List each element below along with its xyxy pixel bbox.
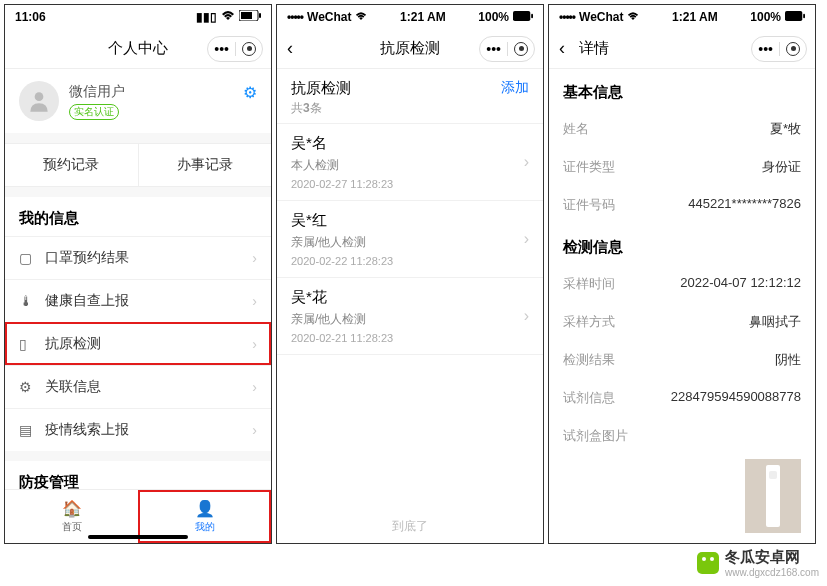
wifi-icon: [627, 10, 639, 24]
screen3-body: 基本信息 姓名 夏*牧 证件类型 身份证 证件号码 445221********…: [549, 69, 815, 543]
battery-icon: [239, 10, 261, 24]
document-icon: ▤: [19, 422, 37, 438]
gear-icon[interactable]: ⚙: [243, 83, 257, 102]
wifi-icon: [355, 10, 367, 24]
mask-icon: ▢: [19, 250, 37, 266]
tab-reservation[interactable]: 预约记录: [5, 144, 138, 186]
test-icon: ▯: [19, 336, 37, 352]
back-button[interactable]: ‹: [559, 38, 565, 59]
record-item[interactable]: 吴*名 本人检测 2020-02-27 11:28:23 ›: [277, 124, 543, 201]
list-title: 抗原检测: [291, 79, 351, 98]
record-time: 2020-02-21 11:28:23: [291, 332, 529, 344]
title-actions: •••: [207, 36, 263, 62]
battery-pct: 100%: [478, 10, 509, 24]
kv-key: 采样时间: [563, 275, 615, 293]
kv-kit-img: 试剂盒图片: [563, 417, 801, 455]
kv-value: 445221********7826: [688, 196, 801, 214]
chevron-right-icon: ›: [252, 293, 257, 309]
kv-value: 夏*牧: [770, 120, 801, 138]
row-antigen-test[interactable]: ▯ 抗原检测 ›: [5, 322, 271, 365]
kv-idtype: 证件类型 身份证: [563, 148, 801, 186]
row-label: 关联信息: [45, 378, 252, 396]
tab-label: 我的: [195, 520, 215, 534]
status-bar: ••••• WeChat 1:21 AM 100%: [549, 5, 815, 29]
kv-name: 姓名 夏*牧: [563, 110, 801, 148]
row-label: 健康自查上报: [45, 292, 252, 310]
wechat-capsule[interactable]: •••: [479, 36, 535, 62]
page-title: 详情: [579, 39, 609, 58]
record-type: 本人检测: [291, 157, 529, 174]
user-icon: 👤: [195, 499, 215, 518]
menu-icon: •••: [486, 42, 501, 56]
status-right: ▮▮▯: [196, 10, 261, 24]
list-header: 抗原检测 共3条 添加: [277, 69, 543, 124]
kv-reagent: 试剂信息 228479594590088778: [563, 379, 801, 417]
section-title-test: 检测信息: [563, 224, 801, 265]
screen2-body: 抗原检测 共3条 添加 吴*名 本人检测 2020-02-27 11:28:23…: [277, 69, 543, 543]
menu-icon: •••: [214, 42, 229, 56]
kv-sample-time: 采样时间 2022-04-07 12:12:12: [563, 265, 801, 303]
verify-badge: 实名认证: [69, 104, 119, 120]
title-bar: ‹ 抗原检测 •••: [277, 29, 543, 69]
tab-label: 首页: [62, 520, 82, 534]
status-bar: 11:06 ▮▮▯: [5, 5, 271, 29]
status-time: 1:21 AM: [400, 10, 446, 24]
nickname: 微信用户: [69, 83, 125, 101]
record-item[interactable]: 吴*红 亲属/他人检测 2020-02-22 11:28:23 ›: [277, 201, 543, 278]
carrier: WeChat: [307, 10, 351, 24]
record-name: 吴*花: [291, 288, 529, 307]
record-time: 2020-02-22 11:28:23: [291, 255, 529, 267]
close-target-icon: [242, 42, 256, 56]
thermometer-icon: 🌡: [19, 293, 37, 309]
tab-affairs[interactable]: 办事记录: [138, 144, 272, 186]
row-link-info[interactable]: ⚙ 关联信息 ›: [5, 365, 271, 408]
record-type: 亲属/他人检测: [291, 311, 529, 328]
status-bar: ••••• WeChat 1:21 AM 100%: [277, 5, 543, 29]
chevron-right-icon: ›: [252, 379, 257, 395]
profile-card[interactable]: 微信用户 实名认证 ⚙: [5, 69, 271, 133]
status-time: 1:21 AM: [672, 10, 718, 24]
row-health-report[interactable]: 🌡 健康自查上报 ›: [5, 279, 271, 322]
kv-key: 检测结果: [563, 351, 615, 369]
row-mask-result[interactable]: ▢ 口罩预约结果 ›: [5, 236, 271, 279]
record-time: 2020-02-27 11:28:23: [291, 178, 529, 190]
signal-icon: ▮▮▯: [196, 10, 217, 24]
list-count: 共3条: [291, 100, 351, 117]
capsule-divider: [779, 42, 780, 56]
wechat-capsule[interactable]: •••: [751, 36, 807, 62]
list-end: 到底了: [277, 510, 543, 543]
row-epidemic-clue[interactable]: ▤ 疫情线索上报 ›: [5, 408, 271, 451]
row-label: 疫情线索上报: [45, 421, 252, 439]
menu-icon: •••: [758, 42, 773, 56]
record-tabs: 预约记录 办事记录: [5, 143, 271, 187]
kv-key: 证件号码: [563, 196, 615, 214]
capsule-divider: [235, 42, 236, 56]
wechat-capsule[interactable]: •••: [207, 36, 263, 62]
avatar: [19, 81, 59, 121]
section-title-prevent: 防疫管理: [5, 461, 271, 489]
section-title-myinfo: 我的信息: [5, 197, 271, 236]
kit-image[interactable]: [745, 459, 801, 533]
capsule-divider: [507, 42, 508, 56]
status-time: 11:06: [15, 10, 46, 24]
battery-pct: 100%: [750, 10, 781, 24]
chevron-right-icon: ›: [524, 307, 529, 325]
record-item[interactable]: 吴*花 亲属/他人检测 2020-02-21 11:28:23 ›: [277, 278, 543, 355]
home-indicator: [88, 535, 188, 539]
back-button[interactable]: ‹: [287, 38, 293, 59]
kv-sample-method: 采样方式 鼻咽拭子: [563, 303, 801, 341]
kv-key: 姓名: [563, 120, 589, 138]
profile-info: 微信用户 实名认证: [69, 83, 125, 120]
chevron-right-icon: ›: [252, 250, 257, 266]
svg-rect-5: [531, 14, 533, 19]
page-title: 个人中心: [108, 39, 168, 58]
add-button[interactable]: 添加: [501, 79, 529, 97]
title-actions: •••: [751, 36, 807, 62]
gear-small-icon: ⚙: [19, 379, 37, 395]
svg-point-3: [35, 92, 44, 101]
section-myinfo: 我的信息 ▢ 口罩预约结果 › 🌡 健康自查上报 › ▯ 抗原检测 › ⚙ 关联…: [5, 197, 271, 451]
svg-rect-2: [259, 13, 261, 18]
title-bar: 个人中心 •••: [5, 29, 271, 69]
kit-image-wrap: [563, 455, 801, 537]
svg-rect-1: [241, 12, 252, 19]
